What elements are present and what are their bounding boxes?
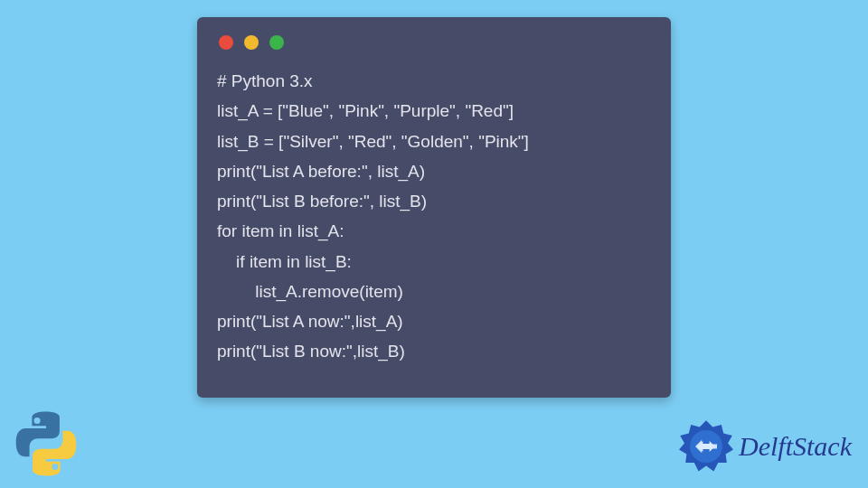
maximize-icon <box>269 35 284 50</box>
brand-logo-icon <box>679 419 733 474</box>
code-block: # Python 3.x list_A = ["Blue", "Pink", "… <box>217 66 651 367</box>
python-logo-icon <box>11 408 81 479</box>
window-traffic-lights <box>217 35 651 50</box>
close-icon <box>219 35 233 50</box>
svg-rect-1 <box>702 444 711 449</box>
minimize-icon <box>244 35 259 50</box>
code-window: # Python 3.x list_A = ["Blue", "Pink", "… <box>197 17 671 398</box>
brand-badge: DelftStack <box>679 419 852 474</box>
brand-name: DelftStack <box>739 431 852 462</box>
